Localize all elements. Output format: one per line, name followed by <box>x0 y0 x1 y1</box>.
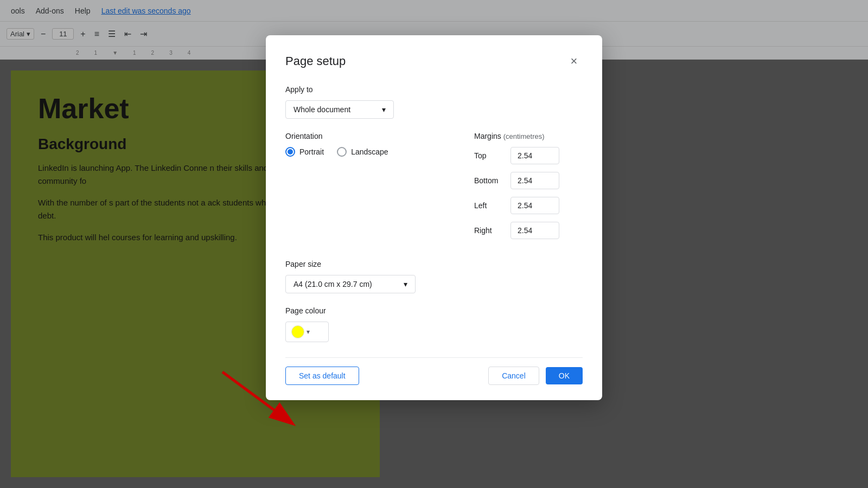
right-margin-label: Right <box>474 226 504 235</box>
cancel-button[interactable]: Cancel <box>488 367 539 385</box>
margins-unit: (centimetres) <box>503 132 545 140</box>
page-colour-button[interactable]: ▾ <box>285 322 329 342</box>
dialog-header: Page setup × <box>285 53 583 70</box>
orientation-section: Orientation Portrait Landscape <box>285 132 442 247</box>
dialog-close-button[interactable]: × <box>565 53 583 70</box>
paper-size-label: Paper size <box>285 260 583 268</box>
bottom-margin-label: Bottom <box>474 176 504 185</box>
page-colour-label: Page colour <box>285 306 583 315</box>
paper-size-section: Paper size A4 (21.0 cm x 29.7 cm) ▾ <box>285 260 583 293</box>
right-margin-row: Right <box>474 222 583 239</box>
paper-size-dropdown[interactable]: A4 (21.0 cm x 29.7 cm) ▾ <box>285 275 416 293</box>
left-margin-input[interactable] <box>510 197 559 214</box>
right-margin-input[interactable] <box>510 222 559 239</box>
page-setup-dialog: Page setup × Apply to Whole document ▾ O… <box>266 35 602 400</box>
margins-section: Margins (centimetres) Top Bottom Left Ri… <box>474 132 583 247</box>
color-chevron-icon: ▾ <box>307 328 310 336</box>
bottom-margin-input[interactable] <box>510 172 559 189</box>
apply-to-section: Apply to Whole document ▾ <box>285 85 583 119</box>
apply-to-label: Apply to <box>285 85 583 94</box>
set-as-default-button[interactable]: Set as default <box>285 367 359 385</box>
orientation-margins-row: Orientation Portrait Landscape Margins <box>285 132 583 247</box>
margins-label: Margins (centimetres) <box>474 132 583 140</box>
ok-button[interactable]: OK <box>546 367 583 384</box>
landscape-option[interactable]: Landscape <box>337 147 388 157</box>
top-margin-label: Top <box>474 151 504 160</box>
portrait-option[interactable]: Portrait <box>285 147 324 157</box>
top-margin-row: Top <box>474 147 583 164</box>
left-margin-label: Left <box>474 201 504 210</box>
top-margin-input[interactable] <box>510 147 559 164</box>
app-background: ools Add-ons Help Last edit was seconds … <box>0 0 868 488</box>
dialog-title: Page setup <box>285 54 346 68</box>
apply-to-dropdown[interactable]: Whole document ▾ <box>285 100 394 119</box>
orientation-radio-group: Portrait Landscape <box>285 147 442 157</box>
color-swatch <box>291 325 304 338</box>
orientation-label: Orientation <box>285 132 442 140</box>
left-margin-row: Left <box>474 197 583 214</box>
landscape-radio[interactable] <box>337 147 347 157</box>
bottom-margin-row: Bottom <box>474 172 583 189</box>
page-colour-section: Page colour ▾ <box>285 306 583 342</box>
portrait-radio[interactable] <box>285 147 295 157</box>
dialog-footer: Set as default Cancel OK <box>285 357 583 385</box>
